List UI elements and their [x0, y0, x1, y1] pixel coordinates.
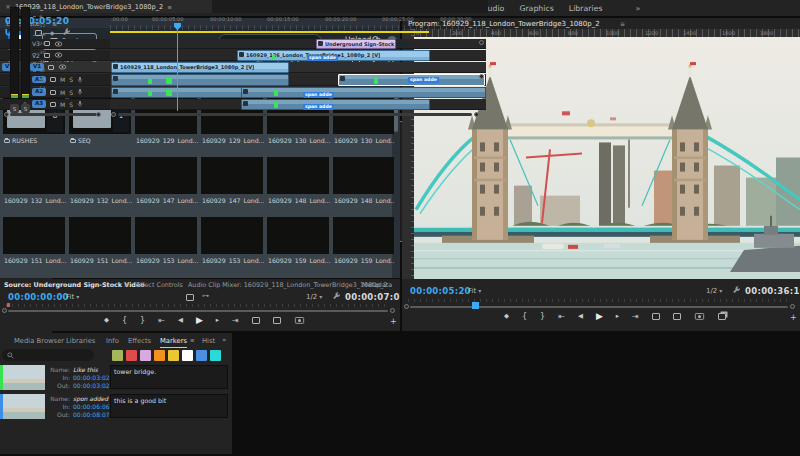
clip-thumbnail	[69, 217, 131, 254]
marker-color-green[interactable]	[112, 350, 123, 361]
mark-out-icon[interactable]: }	[540, 312, 545, 321]
tab-audio-clip-mixer[interactable]: Audio Clip Mixer: 160929_118_London_Towe…	[188, 281, 388, 289]
grid-item-clip[interactable]: 160929_147_Lond...	[200, 157, 264, 215]
marker-out-value[interactable]: 00:00:03:02	[73, 382, 110, 389]
marker-out-value[interactable]: 00:00:08:07	[73, 411, 110, 418]
solo-right-button[interactable]: S	[21, 104, 30, 113]
play-icon[interactable]: ▶	[196, 315, 203, 325]
tab-history[interactable]: Hist	[202, 337, 215, 345]
clip-thumbnail	[201, 157, 263, 194]
extract-icon[interactable]	[673, 313, 681, 320]
grid-item-clip[interactable]: 160929_148_Lond...	[332, 157, 396, 215]
overwrite-icon[interactable]	[273, 317, 281, 324]
solo-left-button[interactable]: S	[10, 104, 19, 113]
marker-row[interactable]: Name: Like this In: 00:00:03:02 Out: 00:…	[0, 365, 232, 392]
tab-effect-controls[interactable]: Effect Controls	[136, 281, 183, 289]
source-timecode[interactable]: 00:00:00:00	[8, 292, 69, 302]
tab-media-browser[interactable]: Media Browser	[14, 337, 64, 345]
insert-icon[interactable]	[252, 317, 260, 324]
panel-overflow-icon[interactable]: »	[222, 336, 226, 344]
tab-info[interactable]: Info	[106, 337, 119, 345]
markers-panel-menu-icon[interactable]: ≡	[190, 337, 195, 343]
go-to-out-icon[interactable]: ⇥	[232, 316, 239, 325]
lift-icon[interactable]	[652, 313, 660, 320]
source-zoom-select[interactable]: 1/2▾	[306, 293, 322, 301]
grid-item-clip[interactable]: 160929_147_Lond...	[134, 157, 198, 215]
tab-markers[interactable]: Markers	[160, 337, 187, 348]
marker-search-box[interactable]	[2, 349, 94, 361]
marker-color-orange[interactable]	[154, 350, 165, 361]
program-duration: 00:00:36:16	[745, 286, 800, 296]
source-button-editor-icon[interactable]: +	[390, 317, 397, 326]
step-back-icon[interactable]: ◀	[578, 312, 583, 320]
mark-in-icon[interactable]: {	[122, 316, 127, 325]
source-scrubber[interactable]	[8, 310, 388, 312]
marker-in-value[interactable]: 00:00:06:06	[73, 403, 110, 410]
source-duration: 00:00:07:02	[345, 292, 400, 302]
play-icon[interactable]: ▶	[596, 311, 603, 321]
ruler-label: 400	[491, 30, 501, 36]
program-scrub-left-handle[interactable]	[404, 304, 409, 309]
source-fit-select[interactable]: Fit▾	[66, 293, 79, 301]
grid-item-clip[interactable]: 160929_153_Lond...	[134, 217, 198, 275]
export-frame-icon[interactable]	[294, 315, 305, 325]
source-wrench-icon[interactable]	[332, 292, 341, 301]
clip-thumbnail	[69, 157, 131, 194]
export-frame-icon[interactable]	[694, 311, 705, 321]
workspace-tab-libraries[interactable]: Libraries	[569, 4, 603, 13]
source-tab-menu-icon[interactable]: ≡	[124, 281, 129, 288]
grid-item-clip[interactable]: 160929_151_Lond...	[68, 217, 132, 275]
tab-metadata[interactable]: Metadata	[362, 281, 392, 289]
meter-scale-label: -12	[38, 23, 45, 28]
program-scrubber[interactable]	[410, 306, 788, 308]
marker-color-yellow[interactable]	[168, 350, 179, 361]
add-marker-icon[interactable]: ◆	[504, 312, 509, 320]
marker-color-white[interactable]	[182, 350, 193, 361]
source-scrub-right-handle[interactable]	[390, 308, 395, 313]
program-playhead[interactable]	[472, 302, 479, 309]
add-marker-icon[interactable]: ◆	[104, 316, 109, 324]
step-forward-icon[interactable]: ▸	[216, 316, 219, 324]
marker-comment[interactable]: tower bridge.	[110, 365, 228, 389]
grid-item-clip[interactable]: 160929_132_Lond...	[68, 157, 132, 215]
go-to-out-icon[interactable]: ⇥	[632, 312, 639, 321]
marker-in-value[interactable]: 00:00:03:02	[73, 374, 110, 381]
mark-out-icon[interactable]: }	[140, 316, 145, 325]
program-panel-menu-icon[interactable]: ≡	[620, 20, 625, 27]
program-scrub-right-handle[interactable]	[790, 304, 795, 309]
mark-in-icon[interactable]: {	[522, 312, 527, 321]
comparison-view-icon[interactable]	[718, 313, 726, 320]
marker-row[interactable]: Name: spon added In: 00:00:06:06 Out: 00…	[0, 394, 232, 421]
tab-effects[interactable]: Effects	[128, 337, 151, 345]
workspace-tab-graphics[interactable]: Graphics	[519, 4, 553, 13]
go-to-in-icon[interactable]: ⇤	[558, 312, 565, 321]
source-scrub-left-handle[interactable]	[2, 308, 7, 313]
source-monitor-panel: Source: Underground Sign-Stock Video ≡ E…	[0, 279, 400, 331]
step-back-icon[interactable]: ◀	[178, 316, 183, 324]
program-fit-select[interactable]: Fit▾	[468, 287, 481, 295]
marker-color-blue[interactable]	[196, 350, 207, 361]
grid-item-clip[interactable]: 160929_153_Lond...	[200, 217, 264, 275]
marker-color-red[interactable]	[126, 350, 137, 361]
workspace-overflow-icon[interactable]: »	[636, 4, 641, 13]
source-settings-icon[interactable]	[186, 294, 194, 301]
go-to-in-icon[interactable]: ⇤	[158, 316, 165, 325]
marker-color-cyan[interactable]	[210, 350, 221, 361]
tab-libraries[interactable]: Libraries	[66, 337, 95, 345]
program-wrench-icon[interactable]	[732, 286, 741, 295]
search-icon	[7, 352, 14, 359]
meter-scale-label: -42	[38, 68, 45, 73]
source-drag-icon[interactable]: ⊶	[202, 292, 209, 300]
program-zoom-select[interactable]: 1/2▾	[706, 287, 722, 295]
grid-item-clip[interactable]: 160929_159_Lond...	[332, 217, 396, 275]
program-button-editor-icon[interactable]: +	[790, 313, 797, 322]
program-timecode[interactable]: 00:00:05:20	[410, 286, 471, 296]
grid-item-clip[interactable]: 160929_132_Lond...	[2, 157, 66, 215]
step-forward-icon[interactable]: ▸	[616, 312, 619, 320]
grid-item-clip[interactable]: 160929_151_Lond...	[2, 217, 66, 275]
ruler-label: 1600	[722, 30, 735, 36]
grid-item-clip[interactable]: 160929_159_Lond...	[266, 217, 330, 275]
grid-item-clip[interactable]: 160929_148_Lond...	[266, 157, 330, 215]
marker-comment[interactable]: this is a good bit	[110, 394, 228, 418]
marker-color-lavender[interactable]	[140, 350, 151, 361]
